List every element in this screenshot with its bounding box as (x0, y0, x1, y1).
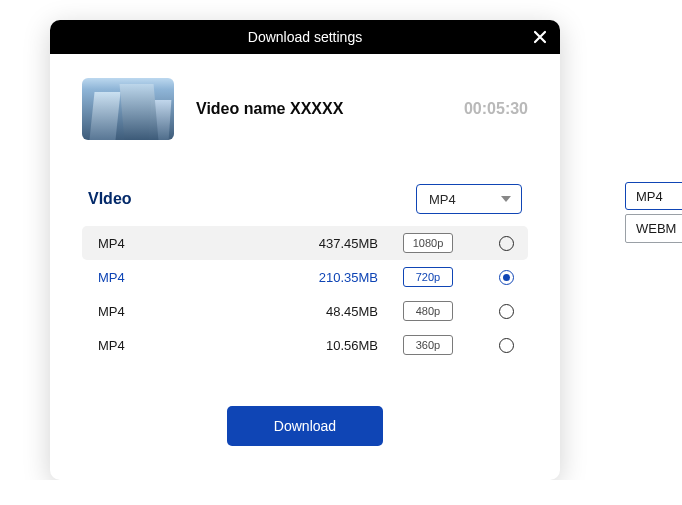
quality-option[interactable]: MP448.45MB480p (82, 294, 528, 328)
option-size: 10.56MB (288, 338, 378, 353)
option-resolution-cell: 480p (378, 301, 478, 321)
option-radio[interactable] (499, 338, 514, 353)
option-resolution-cell: 360p (378, 335, 478, 355)
download-settings-modal: Download settings Video name XXXXX 00:05… (50, 20, 560, 480)
format-select[interactable]: MP4 (416, 184, 522, 214)
video-header: Video name XXXXX 00:05:30 (82, 78, 528, 140)
option-radio[interactable] (499, 304, 514, 319)
video-thumbnail (82, 78, 174, 140)
resolution-badge: 480p (403, 301, 453, 321)
format-select-value: MP4 (429, 192, 456, 207)
video-duration: 00:05:30 (464, 100, 528, 118)
modal-titlebar: Download settings (50, 20, 560, 54)
option-resolution-cell: 720p (378, 267, 478, 287)
close-button[interactable] (528, 25, 552, 49)
option-size: 437.45MB (288, 236, 378, 251)
quality-option[interactable]: MP410.56MB360p (82, 328, 528, 362)
option-format: MP4 (98, 236, 288, 251)
format-select-menu: WEBM (625, 214, 682, 243)
resolution-badge: 1080p (403, 233, 453, 253)
format-select-open-value: MP4 (636, 189, 663, 204)
option-format: MP4 (98, 304, 288, 319)
quality-option[interactable]: MP4437.45MB1080p (82, 226, 528, 260)
chevron-down-icon (501, 196, 511, 202)
quality-options-list: MP4437.45MB1080pMP4210.35MB720pMP448.45M… (82, 226, 528, 362)
resolution-badge: 360p (403, 335, 453, 355)
download-button[interactable]: Download (227, 406, 383, 446)
option-resolution-cell: 1080p (378, 233, 478, 253)
option-radio[interactable] (499, 236, 514, 251)
format-select-expanded: MP4 WEBM (625, 182, 682, 243)
option-radio[interactable] (499, 270, 514, 285)
close-icon (532, 29, 548, 45)
modal-title: Download settings (248, 29, 362, 45)
quality-option[interactable]: MP4210.35MB720p (82, 260, 528, 294)
option-size: 210.35MB (288, 270, 378, 285)
resolution-badge: 720p (403, 267, 453, 287)
option-size: 48.45MB (288, 304, 378, 319)
format-select-open[interactable]: MP4 (625, 182, 682, 210)
video-section-title: VIdeo (88, 190, 132, 208)
video-name: Video name XXXXX (196, 100, 442, 118)
option-format: MP4 (98, 270, 288, 285)
format-menu-item[interactable]: WEBM (626, 215, 682, 242)
option-format: MP4 (98, 338, 288, 353)
